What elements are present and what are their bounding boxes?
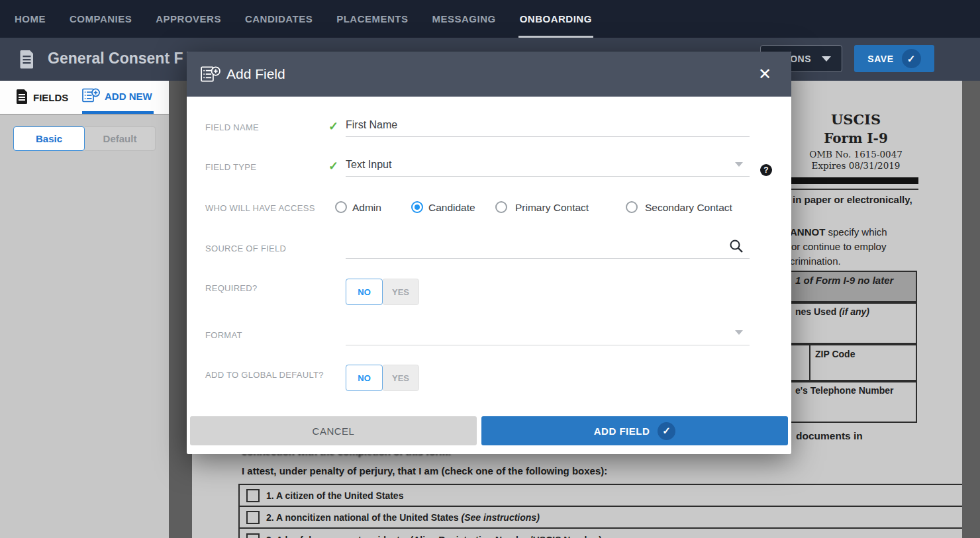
doc-fragment-rest: specify which: [825, 226, 887, 238]
valid-check-icon: ✓: [328, 119, 338, 134]
radio-secondary-contact[interactable]: [626, 201, 638, 213]
attest-option-italic: (See instructions): [462, 512, 540, 523]
form-number: Form I-9: [795, 130, 917, 146]
cancel-button[interactable]: CANCEL: [190, 416, 477, 445]
radio-candidate-label[interactable]: Candidate: [428, 202, 475, 214]
form-expires: Expires 08/31/2019: [795, 160, 917, 171]
field-category-segment: Basic Default: [13, 126, 156, 151]
add-field-modal: Add Field ✕ FIELD NAME ✓ First Name FIEL…: [187, 52, 791, 454]
global-default-yes-button[interactable]: YES: [382, 365, 419, 391]
global-default-label: ADD TO GLOBAL DEFAULT?: [205, 370, 324, 380]
attest-option-text: 2. A noncitizen national of the United S…: [266, 512, 462, 523]
nav-item-approvers[interactable]: APPROVERS: [154, 2, 222, 38]
doc-cell-zip: ZIP Code: [815, 349, 855, 359]
doc-cell-no-later: 1 of Form I-9 no later: [789, 271, 917, 302]
segment-default-button[interactable]: Default: [85, 126, 156, 151]
global-default-toggle: NO YES: [346, 365, 419, 391]
required-yes-button[interactable]: YES: [382, 279, 419, 305]
tab-fields-label: FIELDS: [33, 92, 68, 103]
doc-cell-text: nes Used: [795, 306, 839, 317]
doc-fragment: crimination.: [790, 255, 841, 267]
top-navigation: HOME COMPANIES APPROVERS CANDIDATES PLAC…: [0, 0, 980, 38]
screen: HOME COMPANIES APPROVERS CANDIDATES PLAC…: [0, 0, 980, 538]
global-default-no-button[interactable]: NO: [346, 365, 383, 391]
attest-option-label: 3. A lawful permanent resident (Alien Re…: [266, 535, 605, 538]
field-type-select[interactable]: Text Input: [346, 155, 750, 177]
tab-add-new-label: ADD NEW: [105, 91, 152, 102]
doc-fragment: ANNOT specify which: [790, 226, 887, 238]
fields-doc-icon: [16, 89, 28, 107]
radio-primary-contact-label[interactable]: Primary Contact: [515, 202, 589, 214]
format-label: FORMAT: [205, 330, 242, 340]
check-icon: ✓: [902, 49, 921, 68]
valid-check-icon: ✓: [328, 159, 338, 173]
doc-checkbox-noncitizen[interactable]: [246, 511, 260, 524]
nav-item-companies[interactable]: COMPANIES: [68, 2, 133, 38]
field-name-label: FIELD NAME: [205, 122, 259, 132]
help-icon[interactable]: ?: [760, 164, 772, 176]
radio-admin[interactable]: [335, 201, 347, 213]
doc-fragment: in paper or electronically,: [793, 194, 912, 205]
chevron-down-icon: [822, 56, 831, 62]
required-label: REQUIRED?: [205, 283, 258, 293]
add-field-icon: [201, 66, 220, 85]
format-select[interactable]: [346, 324, 750, 345]
field-type-label: FIELD TYPE: [205, 162, 256, 172]
tab-fields[interactable]: FIELDS: [16, 81, 68, 114]
nav-item-onboarding[interactable]: ONBOARDING: [518, 2, 593, 38]
doc-fragment-bold: ANNOT: [790, 226, 825, 238]
doc-fragment: or continue to employ: [791, 241, 886, 252]
chevron-down-icon[interactable]: [735, 162, 743, 167]
attest-options-table: 1. A citizen of the United States 2. A n…: [238, 484, 962, 538]
add-new-icon: [82, 88, 100, 105]
doc-cell-italic: (if any): [839, 306, 869, 317]
actions-button-label: ONS: [790, 54, 811, 64]
modal-title: Add Field: [226, 52, 285, 97]
add-field-button[interactable]: ADD FIELD ✓: [481, 416, 788, 445]
nav-item-messaging[interactable]: MESSAGING: [431, 2, 497, 38]
divider-thick: [791, 177, 918, 184]
modal-close-icon[interactable]: ✕: [753, 62, 777, 86]
form-agency: USCIS: [795, 111, 917, 128]
tab-add-new[interactable]: ADD NEW: [82, 81, 154, 114]
search-icon[interactable]: [728, 238, 744, 257]
doc-cell-phone: e's Telephone Number: [789, 381, 917, 423]
save-button[interactable]: SAVE ✓: [854, 45, 934, 72]
save-button-label: SAVE: [867, 54, 894, 64]
divider-thin: [791, 189, 918, 190]
sidebar-tab-bar: FIELDS ADD NEW: [0, 81, 169, 114]
modal-header: Add Field ✕: [187, 52, 791, 97]
access-label: WHO WILL HAVE ACCESS: [205, 203, 315, 213]
doc-checkbox-permanent-resident[interactable]: [246, 533, 260, 538]
field-name-input[interactable]: First Name: [346, 115, 750, 137]
chevron-down-icon[interactable]: [735, 330, 743, 335]
attest-row: 1. A citizen of the United States: [240, 485, 962, 507]
doc-line-attest: I attest, under penalty of perjury, that…: [242, 465, 607, 476]
nav-item-placements[interactable]: PLACEMENTS: [335, 2, 409, 38]
nav-item-candidates[interactable]: CANDIDATES: [244, 2, 314, 38]
form-omb: OMB No. 1615-0047: [795, 149, 917, 159]
attest-option-label: 2. A noncitizen national of the United S…: [266, 512, 540, 523]
required-no-button[interactable]: NO: [346, 279, 383, 305]
radio-candidate[interactable]: [411, 201, 423, 213]
attest-row: 3. A lawful permanent resident (Alien Re…: [240, 529, 962, 538]
add-field-button-label: ADD FIELD: [594, 426, 650, 437]
source-of-field-input[interactable]: [346, 237, 750, 259]
check-icon: ✓: [658, 422, 675, 440]
doc-checkbox-citizen[interactable]: [246, 489, 260, 502]
radio-admin-label[interactable]: Admin: [352, 202, 381, 214]
doc-cell-names-used: nes Used (if any): [789, 302, 917, 344]
document-icon: [19, 50, 34, 71]
radio-secondary-contact-label[interactable]: Secondary Contact: [645, 202, 732, 214]
attest-option-label: 1. A citizen of the United States: [266, 490, 403, 501]
doc-fragment: documents in: [796, 430, 863, 442]
attest-row: 2. A noncitizen national of the United S…: [240, 507, 962, 529]
source-of-field-label: SOURCE OF FIELD: [205, 244, 286, 253]
form-header: USCIS Form I-9 OMB No. 1615-0047 Expires…: [795, 111, 917, 171]
required-toggle: NO YES: [346, 279, 419, 305]
doc-cell-zip-row: ZIP Code: [789, 344, 917, 381]
radio-primary-contact[interactable]: [495, 201, 507, 213]
nav-item-home[interactable]: HOME: [13, 2, 47, 38]
sidebar-panel: Basic Default: [0, 114, 169, 538]
segment-basic-button[interactable]: Basic: [13, 126, 85, 151]
